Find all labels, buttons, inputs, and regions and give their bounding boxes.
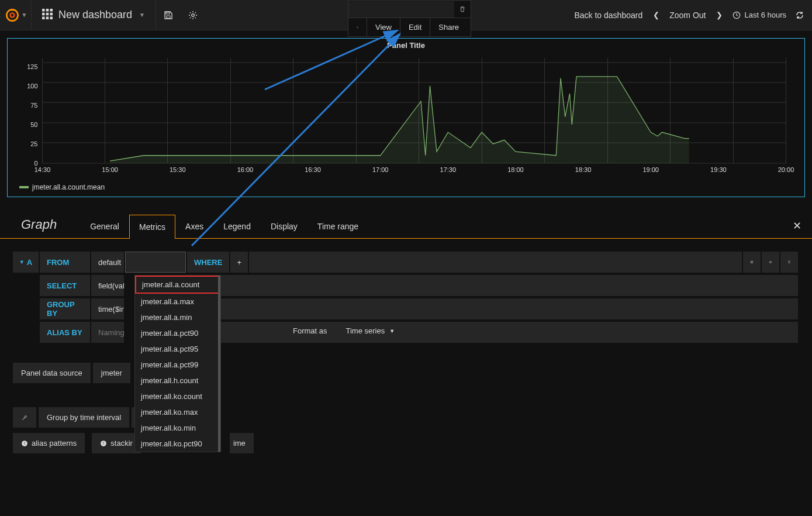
panel-menu-toggle-icon[interactable] [348, 18, 367, 36]
svg-rect-11 [166, 12, 170, 14]
tab-axes[interactable]: Axes [175, 214, 213, 238]
tab-display[interactable]: Display [261, 214, 307, 238]
svg-text:19:00: 19:00 [642, 166, 659, 173]
legend: jmeter.all.a.count.mean [8, 181, 804, 194]
svg-text:16:00: 16:00 [237, 166, 254, 173]
chevron-down-icon: ▼ [139, 12, 145, 18]
tab-time-range[interactable]: Time range [307, 214, 368, 238]
measurement-option[interactable]: jmeter.all.ko.max [135, 404, 220, 420]
query-row-menu-button[interactable] [743, 252, 761, 273]
query-row-fill [249, 252, 742, 273]
measurement-option[interactable]: jmeter.all.a.max [135, 294, 220, 309]
alias-patterns-help[interactable]: ialias patterns [13, 433, 85, 453]
svg-point-13 [192, 13, 195, 16]
query-where-keyword[interactable]: WHERE [187, 252, 229, 273]
panel-menu-edit[interactable]: Edit [400, 18, 430, 36]
query-groupby-value[interactable]: time($inte [91, 298, 124, 319]
measurement-option[interactable]: jmeter.all.a.count [135, 276, 220, 294]
svg-text:14:30: 14:30 [34, 166, 51, 173]
svg-text:50: 50 [30, 121, 37, 128]
svg-text:16:30: 16:30 [305, 166, 321, 173]
svg-text:75: 75 [30, 102, 37, 109]
measurement-option[interactable]: jmeter.all.h.count [135, 373, 220, 388]
svg-point-0 [6, 9, 18, 20]
dashboard-title-block[interactable]: New dashboard ▼ [32, 0, 156, 30]
panel-title[interactable]: Panel Title [8, 39, 804, 52]
query-aliasby-keyword[interactable]: ALIAS BY [40, 322, 90, 343]
refresh-button[interactable] [794, 11, 805, 20]
clock-icon [732, 11, 741, 19]
time-picker[interactable]: Last 6 hours [728, 11, 791, 19]
svg-text:17:00: 17:00 [372, 166, 389, 173]
svg-text:20:00: 20:00 [778, 166, 794, 173]
svg-text:100: 100 [27, 82, 37, 90]
query-select-keyword[interactable]: SELECT [40, 275, 90, 296]
chevron-down-icon: ▼ [22, 12, 27, 18]
svg-text:125: 125 [27, 63, 37, 70]
graph-panel: Panel Title 0255075100125 14:3015:0015:3… [7, 38, 805, 197]
query-row-toggle-visibility[interactable] [762, 252, 779, 273]
svg-rect-6 [46, 13, 49, 16]
svg-point-53 [770, 262, 770, 262]
svg-text:17:30: 17:30 [440, 166, 457, 173]
dashboard-icon [42, 9, 53, 21]
measurement-option[interactable]: jmeter.all.a.min [135, 309, 220, 325]
query-measurement-input[interactable] [125, 252, 186, 273]
query-select-field[interactable]: field(valu [91, 275, 124, 296]
svg-rect-2 [42, 9, 45, 12]
panel-menu-view[interactable]: View [367, 18, 400, 36]
dashboard-title: New dashboard [58, 9, 132, 21]
svg-text:18:00: 18:00 [507, 166, 524, 173]
settings-button[interactable] [181, 0, 205, 30]
query-groupby-keyword[interactable]: GROUP BY [40, 298, 90, 319]
query-where-add-button[interactable]: + [230, 252, 248, 273]
panel-menu-share[interactable]: Share [430, 18, 467, 36]
measurement-option[interactable]: jmeter.all.ko.pct90 [135, 436, 220, 452]
tab-metrics[interactable]: Metrics [129, 215, 175, 239]
grafana-logo[interactable]: ▼ [0, 0, 32, 30]
wrench-icon[interactable] [13, 407, 36, 428]
measurement-option[interactable]: jmeter.all.ko.count [135, 388, 220, 404]
query-from-keyword[interactable]: FROM [40, 252, 90, 273]
svg-rect-8 [42, 17, 45, 20]
measurement-option[interactable]: jmeter.all.a.pct90 [135, 325, 220, 341]
svg-rect-12 [167, 16, 170, 18]
format-as-select[interactable]: Time series ▼ [338, 322, 403, 340]
chevron-right-icon[interactable]: ❯ [714, 11, 724, 19]
legend-label[interactable]: jmeter.all.a.count.mean [32, 183, 105, 191]
svg-rect-7 [50, 13, 53, 16]
svg-rect-4 [50, 9, 53, 12]
time-help-fragment[interactable]: ime [230, 433, 254, 453]
tab-general[interactable]: General [80, 214, 129, 238]
measurement-option[interactable]: jmeter.all.a.pct95 [135, 341, 220, 357]
zoom-out-link[interactable]: Zoom Out [665, 11, 710, 20]
chart-area[interactable]: 0255075100125 14:3015:0015:3016:0016:301… [8, 52, 804, 181]
tab-legend[interactable]: Legend [213, 214, 261, 238]
navbar-right: Back to dashboard ❮ Zoom Out ❯ Last 6 ho… [569, 0, 812, 30]
save-button[interactable] [156, 0, 181, 30]
close-editor-button[interactable]: ✕ [793, 219, 801, 238]
group-by-time-interval[interactable]: Group by time interval [39, 407, 129, 428]
chevron-down-icon: ▼ [389, 328, 395, 334]
chevron-left-icon[interactable]: ❮ [651, 11, 661, 19]
time-range-label: Last 6 hours [744, 11, 786, 19]
panel-menu-search-input[interactable] [348, 1, 454, 18]
query-retention-policy[interactable]: default [91, 252, 124, 273]
panel-type-label: Graph [21, 217, 57, 238]
stacking-help[interactable]: istackir [92, 433, 141, 453]
measurement-option[interactable]: jmeter.all.a.pct99 [135, 357, 220, 373]
svg-rect-5 [42, 13, 45, 16]
format-as-row: Format as Time series ▼ [285, 322, 403, 340]
svg-text:15:00: 15:00 [102, 166, 118, 173]
query-alias-input[interactable]: Naming [91, 322, 124, 343]
svg-text:18:30: 18:30 [575, 166, 592, 173]
svg-text:19:30: 19:30 [710, 166, 727, 173]
measurement-option[interactable]: jmeter.all.ko.min [135, 420, 220, 436]
editor-tabs: Graph GeneralMetricsAxesLegendDisplayTim… [0, 213, 812, 239]
back-to-dashboard-link[interactable]: Back to dashboard [569, 11, 647, 20]
panel-delete-button[interactable] [454, 6, 471, 13]
query-row-delete-button[interactable] [780, 252, 798, 273]
panel-datasource-select[interactable]: jmeter [93, 363, 130, 383]
svg-text:25: 25 [30, 140, 37, 147]
query-row-toggle[interactable]: ▼A [13, 252, 39, 273]
